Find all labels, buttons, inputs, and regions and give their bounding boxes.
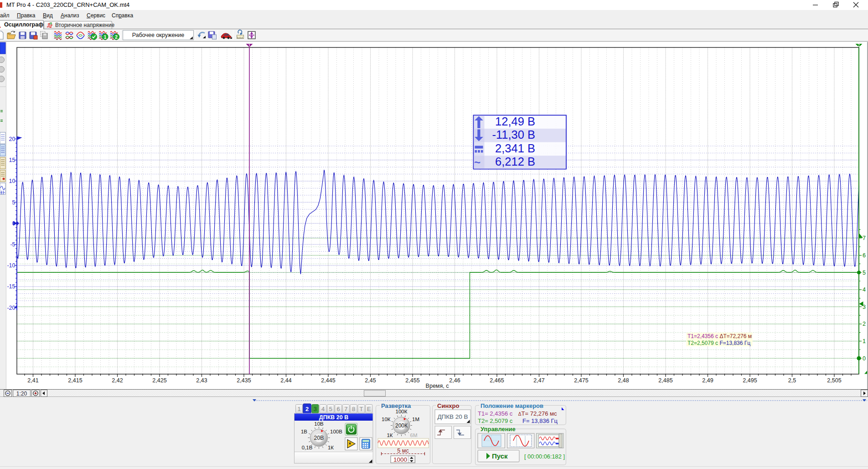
svg-text:2,485: 2,485 bbox=[658, 377, 672, 384]
svg-text:2,475: 2,475 bbox=[574, 377, 588, 384]
svg-text:2,465: 2,465 bbox=[490, 377, 504, 384]
svg-text:2,415: 2,415 bbox=[68, 377, 82, 384]
svg-text:0: 0 bbox=[863, 355, 866, 362]
svg-text:4: 4 bbox=[863, 287, 866, 293]
svg-text:2,455: 2,455 bbox=[405, 377, 419, 384]
svg-text:5: 5 bbox=[12, 199, 16, 206]
svg-text:~: ~ bbox=[474, 156, 480, 168]
svg-text:2,341 В: 2,341 В bbox=[495, 142, 535, 155]
svg-text:T2=2,5079 с F=13,836 Гц: T2=2,5079 с F=13,836 Гц bbox=[687, 340, 750, 346]
svg-text:2,49: 2,49 bbox=[702, 377, 713, 384]
svg-text:2,46: 2,46 bbox=[449, 377, 460, 384]
svg-text:2,43: 2,43 bbox=[196, 377, 207, 384]
svg-text:3: 3 bbox=[863, 304, 866, 310]
svg-text:12,49 В: 12,49 В bbox=[495, 115, 535, 128]
svg-text:6,212 В: 6,212 В bbox=[495, 155, 535, 168]
svg-text:2: 2 bbox=[115, 35, 118, 40]
svg-text:20: 20 bbox=[9, 136, 16, 142]
svg-text:2,505: 2,505 bbox=[827, 377, 841, 384]
svg-text:2,48: 2,48 bbox=[618, 377, 629, 384]
svg-text:2,42: 2,42 bbox=[112, 377, 123, 384]
svg-text:-11,30 В: -11,30 В bbox=[492, 128, 535, 141]
svg-text:1: 1 bbox=[104, 35, 107, 40]
svg-text:2,47: 2,47 bbox=[533, 377, 544, 384]
svg-text:2,425: 2,425 bbox=[152, 377, 166, 384]
svg-text:0: 0 bbox=[12, 220, 16, 227]
svg-text:10: 10 bbox=[9, 178, 16, 184]
svg-text:T1=2,4356 с ΔT=72,276 м: T1=2,4356 с ΔT=72,276 м bbox=[687, 333, 752, 339]
svg-text:2,41: 2,41 bbox=[27, 377, 38, 384]
svg-text:2,445: 2,445 bbox=[321, 377, 335, 384]
svg-text:-15: -15 bbox=[7, 283, 15, 290]
svg-text:-5: -5 bbox=[10, 241, 15, 248]
svg-text:6: 6 bbox=[863, 252, 866, 259]
svg-text:-20: -20 bbox=[7, 305, 15, 311]
svg-text:2,44: 2,44 bbox=[280, 377, 291, 384]
svg-text:2,5: 2,5 bbox=[788, 377, 796, 384]
svg-text:-10: -10 bbox=[7, 262, 15, 269]
svg-text:15: 15 bbox=[9, 157, 16, 163]
svg-text:2: 2 bbox=[863, 321, 866, 327]
svg-text:7: 7 bbox=[863, 235, 866, 241]
svg-text:1: 1 bbox=[863, 338, 866, 344]
svg-text:2,495: 2,495 bbox=[743, 377, 757, 384]
svg-text:Время, с: Время, с bbox=[426, 383, 449, 389]
svg-text:5: 5 bbox=[863, 270, 866, 276]
svg-text:2,435: 2,435 bbox=[237, 377, 251, 384]
svg-text:2,45: 2,45 bbox=[365, 377, 376, 384]
